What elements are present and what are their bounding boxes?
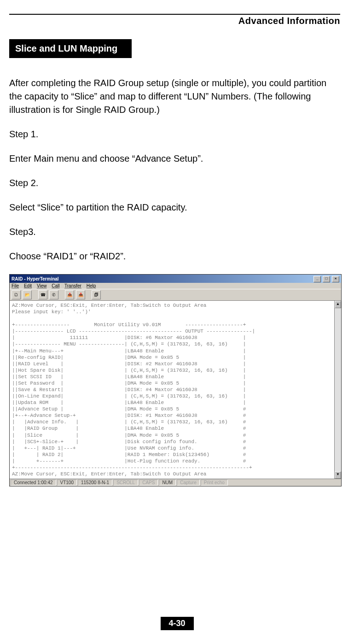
status-num: NUM (159, 480, 176, 486)
menu-call[interactable]: Call (52, 283, 59, 288)
statusbar: Connected 1:00:42 VT100 115200 8-N-1 SCR… (10, 479, 341, 486)
maximize-button[interactable]: □ (323, 276, 330, 282)
page: Advanced Information Slice and LUN Mappi… (0, 0, 354, 644)
scroll-track[interactable] (335, 308, 341, 471)
window-title: RAID - HyperTerminal (12, 276, 59, 281)
step2-label: Step 2. (9, 176, 340, 190)
tool-receive-icon[interactable]: 📥 (76, 290, 85, 299)
tool-open-icon[interactable]: 📂 (23, 290, 32, 299)
menubar: File Edit View Call Transfer Help (10, 283, 341, 289)
vertical-scrollbar[interactable]: ▲ ▼ (334, 301, 341, 479)
close-button[interactable]: × (332, 276, 339, 282)
menu-view[interactable]: View (37, 283, 47, 288)
page-number: 4-30 (160, 617, 193, 630)
minimize-button[interactable]: _ (313, 276, 321, 282)
window-controls: _ □ × (313, 275, 339, 282)
status-caps: CAPS (139, 480, 158, 486)
toolbar: 🗋 📂 ☎ ✆ 📤 📥 🗐 (10, 289, 341, 301)
menu-transfer[interactable]: Transfer (64, 283, 81, 288)
status-scroll: SCROLL (113, 480, 138, 486)
section-title-box: Slice and LUN Mapping (9, 39, 132, 58)
scroll-up-icon[interactable]: ▲ (335, 301, 341, 308)
step3-text: Choose “RAID1” or “RAID2”. (9, 250, 340, 263)
menu-edit[interactable]: Edit (24, 283, 32, 288)
status-connected: Connected 1:00:42 (11, 480, 56, 486)
tool-properties-icon[interactable]: 🗐 (92, 290, 101, 299)
step2-text: Select “Slice” to partition the RAID cap… (9, 201, 340, 214)
page-header: Advanced Information (9, 16, 340, 26)
body-text: After completing the RAID Group setup (s… (9, 76, 340, 263)
step1-label: Step 1. (9, 128, 340, 141)
step3-label: Step3. (9, 225, 340, 239)
terminal-body: AZ:Move Cursor, ESC:Exit, Enter:Enter, T… (10, 301, 341, 479)
hyperterminal-window: RAID - HyperTerminal _ □ × File Edit Vie… (9, 274, 342, 486)
status-emulation: VT100 (57, 480, 77, 486)
terminal-output[interactable]: AZ:Move Cursor, ESC:Exit, Enter:Enter, T… (10, 301, 334, 479)
header-rule (9, 14, 340, 15)
status-settings: 115200 8-N-1 (78, 480, 112, 486)
step1-text: Enter Main menu and choose “Advance Setu… (9, 152, 340, 165)
tool-new-icon[interactable]: 🗋 (12, 290, 21, 299)
window-titlebar[interactable]: RAID - HyperTerminal _ □ × (10, 275, 341, 283)
tool-disconnect-icon[interactable]: ✆ (49, 290, 58, 299)
status-capture: Capture (177, 480, 200, 486)
menu-help[interactable]: Help (87, 283, 96, 288)
scroll-down-icon[interactable]: ▼ (335, 471, 341, 479)
tool-connect-icon[interactable]: ☎ (38, 290, 47, 299)
status-printecho: Print echo (201, 480, 228, 486)
tool-send-icon[interactable]: 📤 (65, 290, 74, 299)
menu-file[interactable]: File (12, 283, 19, 288)
intro-paragraph: After completing the RAID Group setup (s… (9, 76, 340, 117)
